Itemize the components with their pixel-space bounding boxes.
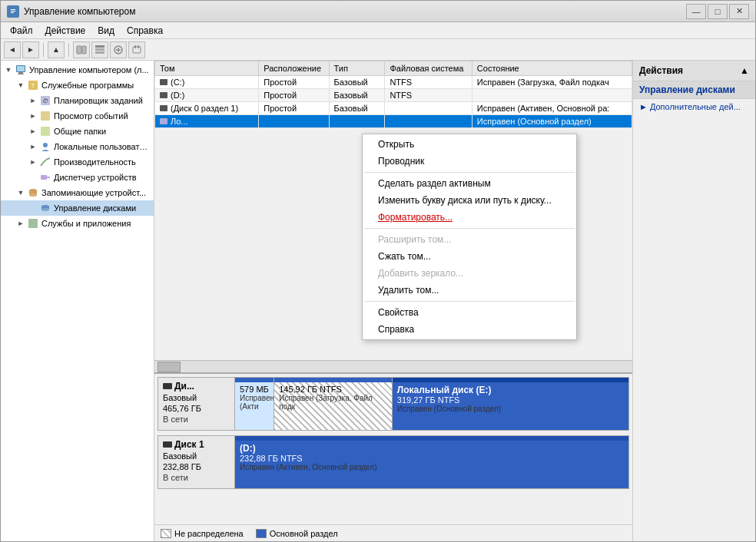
disk0-label: Ди... <box>174 381 194 392</box>
ctx-extend: Расширить том... <box>363 231 576 248</box>
table-row[interactable]: (C:) Простой Базовый NTFS Исправен (Загр… <box>155 76 632 89</box>
tool-button[interactable] <box>110 41 127 58</box>
menu-action[interactable]: Действие <box>39 24 92 38</box>
table-row[interactable]: (Диск 0 раздел 1) Простой Базовый Исправ… <box>155 102 632 115</box>
tree-item-task[interactable]: ► ⏱ Планировщик заданий <box>1 93 154 108</box>
ctx-changeletter[interactable]: Изменить букву диска или путь к диску... <box>363 192 576 209</box>
cell-vol: (D:) <box>155 89 259 102</box>
col-type: Тип <box>329 61 385 76</box>
disk0-row: Ди... Базовый 465,76 ГБ В сети 579 МБ Ис… <box>158 377 629 431</box>
svg-rect-12 <box>133 47 141 53</box>
svg-rect-1 <box>11 9 15 10</box>
tree-item-shared[interactable]: ► Общие папки <box>1 124 154 139</box>
part3-status: Исправен (Основной раздел) <box>397 405 624 413</box>
part3-label: Локальный диск (E:) <box>397 385 624 395</box>
expand-icon-tools: ▼ <box>15 79 27 91</box>
menu-file[interactable]: Файл <box>4 24 39 38</box>
menu-view[interactable]: Вид <box>91 24 121 38</box>
show-hide-button[interactable] <box>73 41 90 58</box>
ctx-open[interactable]: Открыть <box>363 136 576 153</box>
up-button[interactable]: ▲ <box>48 41 65 58</box>
expand-icon-task: ► <box>27 94 39 107</box>
actions-more[interactable]: ► Дополнительные дей... <box>633 99 755 114</box>
tree-item-services[interactable]: ► Службы и приложения <box>1 216 154 231</box>
expand-icon-root: ▼ <box>2 64 15 76</box>
table-row-selected[interactable]: Ло... Исправен (Основной раздел) <box>155 115 632 128</box>
expand-icon-perf: ► <box>27 156 39 168</box>
disk0-type: Базовый <box>163 393 230 402</box>
ctx-format[interactable]: Форматировать... <box>363 209 576 226</box>
ctx-shrink[interactable]: Сжать том... <box>363 248 576 265</box>
view-button[interactable] <box>91 41 108 58</box>
expand-icon-shared: ► <box>27 125 39 137</box>
tree-label-devmgr: Диспетчер устройств <box>54 173 137 182</box>
col-status: Состояние <box>472 61 632 76</box>
svg-rect-24 <box>41 127 50 136</box>
svg-rect-16 <box>17 66 25 71</box>
tree-item-tools[interactable]: ▼ T Служебные программы <box>1 78 154 93</box>
actions-title: Действия <box>639 65 683 76</box>
menu-help[interactable]: Справка <box>121 24 169 38</box>
cell-vol: (Диск 0 раздел 1) <box>155 102 259 115</box>
tree-label-localusers: Локальные пользовате... <box>54 142 151 151</box>
minimize-button[interactable]: — <box>686 4 706 19</box>
extra-button[interactable] <box>128 41 145 58</box>
legend-primary-box <box>256 529 267 538</box>
cell-loc: Простой <box>259 76 329 89</box>
disk-icon <box>39 202 51 214</box>
disk1-part1-size: 232,88 ГБ NTFS <box>240 454 624 463</box>
close-button[interactable]: ✕ <box>729 4 749 19</box>
col-fs: Файловая система <box>385 61 472 76</box>
part2-status: Исправен (Загрузка, Файл подк <box>279 394 387 411</box>
perf-icon <box>39 156 51 168</box>
svg-rect-27 <box>47 177 50 178</box>
disk1-part1[interactable]: (D:) 232,88 ГБ NTFS Исправен (Активен, О… <box>235 436 628 488</box>
legend-unalloc-box <box>161 529 171 538</box>
context-menu: Открыть Проводник Сделать раздел активны… <box>362 134 577 340</box>
forward-button[interactable]: ► <box>22 41 39 58</box>
ctx-sep-2 <box>364 228 575 229</box>
ctx-makeactive[interactable]: Сделать раздел активным <box>363 175 576 192</box>
disk1-size: 232,88 ГБ <box>163 462 230 471</box>
legend-primary-label: Основной раздел <box>270 529 338 538</box>
svg-rect-4 <box>77 46 81 54</box>
disk0-part3[interactable]: Локальный диск (E:) 319,27 ГБ NTFS Испра… <box>393 378 628 430</box>
tree-item-root[interactable]: ▼ Управление компьютером (л... <box>1 62 154 78</box>
shared-icon <box>39 125 51 137</box>
tools-icon: T <box>27 79 39 91</box>
disk0-part1[interactable]: 579 МБ Исправен (Акти <box>235 378 274 430</box>
toolbar-separator-2 <box>68 43 69 57</box>
ctx-delete[interactable]: Удалить том... <box>363 282 576 299</box>
ctx-help[interactable]: Справка <box>363 321 576 338</box>
maximize-button[interactable]: □ <box>708 4 728 19</box>
disk0-part2[interactable]: 145,92 ГБ NTFS Исправен (Загрузка, Файл … <box>274 378 393 430</box>
cell-vol: Ло... <box>155 115 259 128</box>
ctx-mirror: Добавить зеркало... <box>363 265 576 282</box>
disk0-status: В сети <box>163 415 230 424</box>
ctx-explorer[interactable]: Проводник <box>363 153 576 170</box>
svg-rect-5 <box>82 46 86 54</box>
part1-status: Исправен (Акти <box>240 394 269 411</box>
table-row[interactable]: (D:) Простой Базовый NTFS <box>155 89 632 102</box>
disk1-status: В сети <box>163 473 230 482</box>
tree-item-localusers[interactable]: ► Локальные пользовате... <box>1 139 154 154</box>
ctx-properties[interactable]: Свойства <box>363 304 576 321</box>
tree-item-perf[interactable]: ► Производительность <box>1 154 154 170</box>
cell-fs: NTFS <box>385 89 472 102</box>
legend-unalloc-label: Не распределена <box>174 529 244 538</box>
actions-collapse-icon[interactable]: ▲ <box>740 65 749 76</box>
disk0-size: 465,76 ГБ <box>163 404 230 413</box>
toolbar-separator-1 <box>43 43 44 57</box>
actions-header: Действия ▲ <box>633 61 755 81</box>
tree-item-diskmgmt[interactable]: ► Управление дисками <box>1 200 154 216</box>
legend-primary: Основной раздел <box>256 529 338 538</box>
tree-item-eventviewer[interactable]: ► Просмотр событий <box>1 108 154 124</box>
tree-item-devmgr[interactable]: ► Диспетчер устройств <box>1 170 154 185</box>
horizontal-scrollbar[interactable] <box>154 360 632 372</box>
disk0-info: Ди... Базовый 465,76 ГБ В сети <box>158 378 235 430</box>
disk1-type: Базовый <box>163 451 230 461</box>
tree-label-task: Планировщик заданий <box>54 96 143 105</box>
tree-item-storage[interactable]: ▼ Запоминающие устройст... <box>1 185 154 200</box>
actions-more-label: Дополнительные дей... <box>650 102 741 111</box>
back-button[interactable]: ◄ <box>4 41 21 58</box>
